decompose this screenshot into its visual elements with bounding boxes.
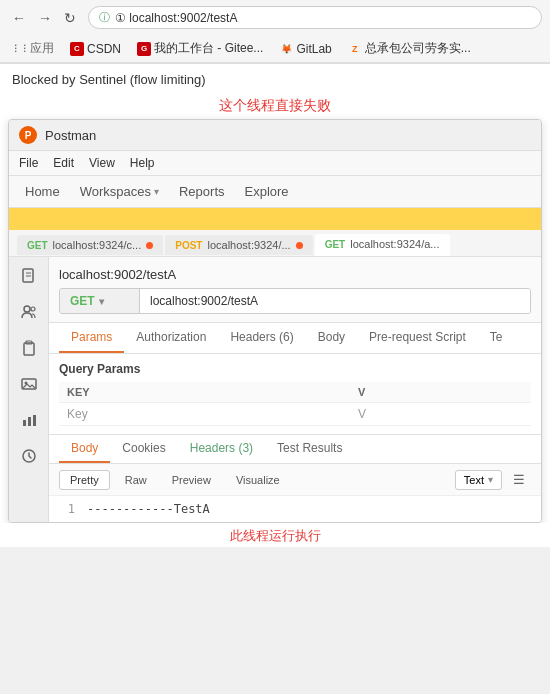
browser-chrome: ← → ↻ ⓘ ① localhost:9002/testA ⋮⋮ 应用 C C… bbox=[0, 0, 550, 64]
method-selector[interactable]: GET ▾ bbox=[60, 289, 140, 313]
nav-workspaces[interactable]: Workspaces ▾ bbox=[80, 184, 159, 199]
nav-reports[interactable]: Reports bbox=[179, 184, 225, 199]
text-type-dropdown[interactable]: Text ▾ bbox=[455, 470, 502, 490]
tab-body[interactable]: Body bbox=[306, 323, 357, 353]
resp-tab-cookies[interactable]: Cookies bbox=[110, 435, 177, 463]
sidebar-icon-image[interactable] bbox=[18, 373, 40, 395]
bookmark-csdn[interactable]: C CSDN bbox=[65, 40, 126, 58]
param-key-cell[interactable]: Key bbox=[59, 403, 350, 426]
browser-toolbar: ← → ↻ ⓘ ① localhost:9002/testA bbox=[0, 0, 550, 35]
line-number-1: 1 bbox=[59, 502, 75, 516]
tab-get-2[interactable]: GET localhost:9324/a... bbox=[315, 234, 450, 256]
zc-icon: Z bbox=[348, 42, 362, 56]
sidebar-icon-chart[interactable] bbox=[18, 409, 40, 431]
format-raw[interactable]: Raw bbox=[115, 471, 157, 489]
url-input[interactable] bbox=[140, 289, 530, 313]
blocked-message: Blocked by Sentinel (flow limiting) bbox=[0, 64, 550, 95]
gitee-icon: G bbox=[137, 42, 151, 56]
back-button[interactable]: ← bbox=[8, 8, 30, 28]
apps-icon: ⋮⋮ bbox=[13, 42, 27, 56]
svg-rect-11 bbox=[33, 415, 36, 426]
address-bar[interactable]: ⓘ ① localhost:9002/testA bbox=[88, 6, 542, 29]
param-row: Key V bbox=[59, 403, 531, 426]
bookmark-gitee-label: 我的工作台 - Gitee... bbox=[154, 40, 263, 57]
param-value-cell[interactable]: V bbox=[350, 403, 531, 426]
bookmark-gitee[interactable]: G 我的工作台 - Gitee... bbox=[132, 38, 268, 59]
tab-url-post-1: localhost:9324/... bbox=[207, 239, 290, 251]
method-value: GET bbox=[70, 294, 95, 308]
sidebar-icon-history[interactable] bbox=[18, 445, 40, 467]
tab-get-1[interactable]: GET localhost:9324/c... bbox=[17, 235, 163, 255]
annotation-bottom: 此线程运行执行 bbox=[0, 523, 550, 547]
tab-pre-request[interactable]: Pre-request Script bbox=[357, 323, 478, 353]
forward-button[interactable]: → bbox=[34, 8, 56, 28]
postman-window: P Postman File Edit View Help Home Works… bbox=[8, 119, 542, 523]
bookmark-apps[interactable]: ⋮⋮ 应用 bbox=[8, 38, 59, 59]
lock-icon: ⓘ bbox=[99, 10, 110, 25]
url-text: ① localhost:9002/testA bbox=[115, 11, 237, 25]
text-type-chevron-icon: ▾ bbox=[488, 474, 493, 485]
text-type-label: Text bbox=[464, 474, 484, 486]
sidebar-icon-file[interactable] bbox=[18, 265, 40, 287]
request-label: localhost:9002/testA bbox=[59, 265, 531, 288]
request-tabs: Params Authorization Headers (6) Body Pr… bbox=[49, 323, 541, 354]
col-key-header: KEY bbox=[59, 382, 350, 403]
format-toolbar: Pretty Raw Preview Visualize Text ▾ ☰ bbox=[49, 464, 541, 496]
postman-titlebar: P Postman bbox=[9, 120, 541, 151]
bookmark-zc[interactable]: Z 总承包公司劳务实... bbox=[343, 38, 476, 59]
postman-menu: File Edit View Help bbox=[9, 151, 541, 176]
svg-rect-10 bbox=[28, 417, 31, 426]
bookmark-zc-label: 总承包公司劳务实... bbox=[365, 40, 471, 57]
nav-home[interactable]: Home bbox=[25, 184, 60, 199]
tab-authorization[interactable]: Authorization bbox=[124, 323, 218, 353]
bookmark-apps-label: 应用 bbox=[30, 40, 54, 57]
tab-method-get-2: GET bbox=[325, 239, 346, 250]
resp-tab-test-results[interactable]: Test Results bbox=[265, 435, 354, 463]
col-value-header: V bbox=[350, 382, 531, 403]
params-table: KEY V Key V bbox=[59, 382, 531, 426]
svg-rect-5 bbox=[24, 343, 34, 355]
csdn-icon: C bbox=[70, 42, 84, 56]
menu-help[interactable]: Help bbox=[130, 154, 155, 172]
menu-edit[interactable]: Edit bbox=[53, 154, 74, 172]
sidebar-icons bbox=[9, 257, 49, 522]
browser-nav-buttons: ← → ↻ bbox=[8, 8, 80, 28]
menu-file[interactable]: File bbox=[19, 154, 38, 172]
chevron-down-icon: ▾ bbox=[154, 186, 159, 197]
sidebar-icon-clipboard[interactable] bbox=[18, 337, 40, 359]
menu-view[interactable]: View bbox=[89, 154, 115, 172]
reload-button[interactable]: ↻ bbox=[60, 8, 80, 28]
response-section: Body Cookies Headers (3) Test Results Pr… bbox=[49, 434, 541, 522]
svg-point-3 bbox=[24, 306, 30, 312]
code-line-1: 1 ------------TestA bbox=[59, 502, 531, 516]
format-visualize[interactable]: Visualize bbox=[226, 471, 290, 489]
sidebar-icon-users[interactable] bbox=[18, 301, 40, 323]
tab-url-1: localhost:9324/c... bbox=[53, 239, 142, 251]
page-content: Blocked by Sentinel (flow limiting) 这个线程… bbox=[0, 64, 550, 547]
tab-dot-post-1 bbox=[296, 242, 303, 249]
resp-tab-body[interactable]: Body bbox=[59, 435, 110, 463]
postman-logo: P bbox=[19, 126, 37, 144]
format-pretty[interactable]: Pretty bbox=[59, 470, 110, 490]
tabs-row: GET localhost:9324/c... POST localhost:9… bbox=[9, 230, 541, 257]
tab-post-1[interactable]: POST localhost:9324/... bbox=[165, 235, 312, 255]
line-content-1: ------------TestA bbox=[87, 502, 210, 516]
format-icon-button[interactable]: ☰ bbox=[507, 469, 531, 490]
format-preview[interactable]: Preview bbox=[162, 471, 221, 489]
nav-explore[interactable]: Explore bbox=[245, 184, 289, 199]
url-bar-container: localhost:9002/testA GET ▾ bbox=[49, 257, 541, 323]
bookmark-csdn-label: CSDN bbox=[87, 42, 121, 56]
tab-te[interactable]: Te bbox=[478, 323, 515, 353]
notification-bar bbox=[9, 208, 541, 230]
params-section: Query Params KEY V Key V bbox=[49, 354, 541, 434]
code-area: 1 ------------TestA bbox=[49, 496, 541, 522]
bookmarks-bar: ⋮⋮ 应用 C CSDN G 我的工作台 - Gitee... 🦊 GitLab… bbox=[0, 35, 550, 63]
tab-url-2: localhost:9324/a... bbox=[350, 238, 439, 250]
svg-point-4 bbox=[31, 307, 35, 311]
tab-headers[interactable]: Headers (6) bbox=[218, 323, 305, 353]
query-params-title: Query Params bbox=[59, 362, 531, 376]
request-area: localhost:9002/testA GET ▾ Params Author… bbox=[49, 257, 541, 522]
bookmark-gitlab[interactable]: 🦊 GitLab bbox=[274, 40, 336, 58]
tab-params[interactable]: Params bbox=[59, 323, 124, 353]
resp-tab-headers[interactable]: Headers (3) bbox=[178, 435, 265, 463]
